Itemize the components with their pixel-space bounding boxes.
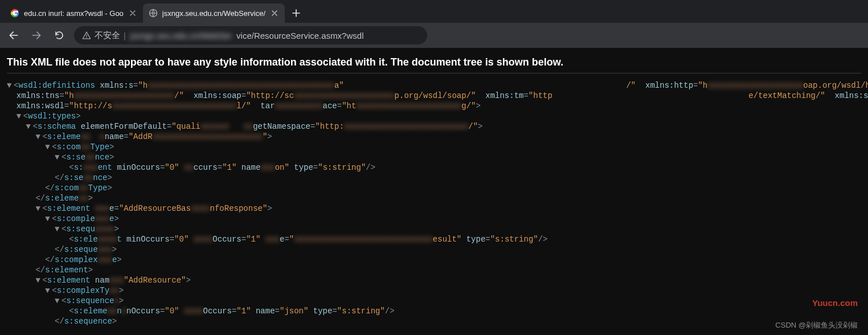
close-icon[interactable] [128, 9, 137, 18]
collapse-toggle-icon[interactable]: ▼ [17, 111, 23, 121]
warning-icon [82, 31, 91, 40]
watermark-csdn: CSDN @剁椒鱼头没剁椒 [775, 320, 858, 330]
xml-node: </s:sexxnce> [7, 173, 861, 183]
collapse-toggle-icon[interactable]: ▼ [45, 214, 52, 224]
svg-point-2 [86, 37, 87, 38]
tab-title: edu.cn inurl: asmx?wsdl - Goo [24, 9, 124, 18]
browser-toolbar: 不安全 | jsxngx.seu.edu.cn/WebSer vice/Reso… [0, 23, 868, 48]
browser-tab-0[interactable]: edu.cn inurl: asmx?wsdl - Goo [5, 3, 143, 23]
collapse-toggle-icon[interactable]: ▼ [35, 275, 42, 285]
browser-tabstrip: edu.cn inurl: asmx?wsdl - Goo jsxngx.seu… [0, 0, 868, 23]
xml-node: </s:sequexxx> [7, 244, 861, 255]
url-hidden-part: jsxngx.seu.edu.cn/WebSer [130, 31, 232, 40]
xml-node[interactable]: ▼<s:complexTyxx> [7, 285, 861, 296]
globe-favicon-icon [149, 9, 158, 18]
tab-title: jsxngx.seu.edu.cn/WebService/ [162, 9, 265, 18]
collapse-toggle-icon[interactable]: ▼ [45, 285, 52, 296]
back-button[interactable] [6, 27, 22, 43]
xml-node: </s:comxxType> [7, 183, 861, 193]
xml-node[interactable]: ▼<s:schema elementFormDefault="qualixxxx… [7, 121, 861, 132]
browser-tab-1[interactable]: jsxngx.seu.edu.cn/WebService/ [143, 3, 285, 23]
address-bar[interactable]: 不安全 | jsxngx.seu.edu.cn/WebSer vice/Reso… [74, 26, 427, 44]
xml-node: </s:elemexx> [7, 193, 861, 203]
reload-button[interactable] [51, 27, 67, 43]
forward-button[interactable] [28, 27, 44, 43]
not-secure-label: 不安全 [95, 30, 120, 41]
collapse-toggle-icon[interactable]: ▼ [7, 80, 14, 91]
xml-node: </s:element> [7, 265, 861, 275]
collapse-toggle-icon[interactable]: ▼ [35, 203, 42, 214]
xml-node: </s:complexxxxe> [7, 255, 861, 265]
watermark-site: Yuucn.com [812, 298, 858, 308]
close-icon[interactable] [270, 9, 279, 18]
new-tab-button[interactable] [288, 5, 304, 21]
xml-node[interactable]: ▼<s:elemexx xname="AddRxxxxxxxxxxxxxxxxx… [7, 132, 861, 142]
xml-node[interactable]: ▼<s:comxxType> [7, 142, 861, 152]
xml-node: <s:xxxent minOccurs="0" xxccurs="1" name… [7, 162, 861, 173]
xml-node: <s:elemexxnxnOccurs="0" xxxxOccurs="1" n… [7, 306, 861, 316]
collapse-toggle-icon[interactable]: ▼ [45, 142, 52, 152]
xml-node[interactable]: ▼<s:element xxxe="AddResourceBasxxxxnfoR… [7, 203, 861, 214]
xml-node[interactable]: ▼<s:sexxnce> [7, 152, 861, 162]
xml-node: xmlns:tns="hxxxxxxxxxxxxxxxxxxxxx/" xmln… [7, 91, 861, 101]
collapse-toggle-icon[interactable]: ▼ [26, 121, 33, 132]
xml-node: xmlns:wsdl="http://sxxxxxxxxxxxxxxxxxxxx… [7, 101, 861, 111]
xml-no-style-banner: This XML file does not appear to have an… [7, 56, 861, 73]
xml-node[interactable]: ▼<s:element namxxx"AddResource"> [7, 275, 861, 285]
collapse-toggle-icon[interactable]: ▼ [55, 152, 62, 162]
xml-node[interactable]: ▼<wsdl:definitions xmlns:s="hxxxxxxxxxxx… [7, 80, 861, 91]
xml-node[interactable]: ▼<s:sequxxxx> [7, 224, 861, 234]
xml-viewer: This XML file does not appear to have an… [0, 48, 868, 333]
xml-node[interactable]: ▼<s:complexxxe> [7, 214, 861, 224]
collapse-toggle-icon[interactable]: ▼ [55, 296, 62, 306]
collapse-toggle-icon[interactable]: ▼ [35, 132, 42, 142]
xml-node: <s:elexxxxt minOccurs="0" xxxxOccurs="1"… [7, 234, 861, 244]
separator: | [124, 31, 126, 40]
xml-node[interactable]: ▼<s:sequencex> [7, 296, 861, 306]
collapse-toggle-icon[interactable]: ▼ [55, 224, 62, 234]
google-favicon-icon [10, 9, 19, 18]
not-secure-indicator[interactable]: 不安全 | [82, 30, 126, 41]
xml-node[interactable]: ▼<wsdl:types> [7, 111, 861, 121]
url-visible-part: vice/ResourceService.asmx?wsdl [236, 31, 363, 40]
xml-node: </s:sequence> [7, 316, 861, 326]
